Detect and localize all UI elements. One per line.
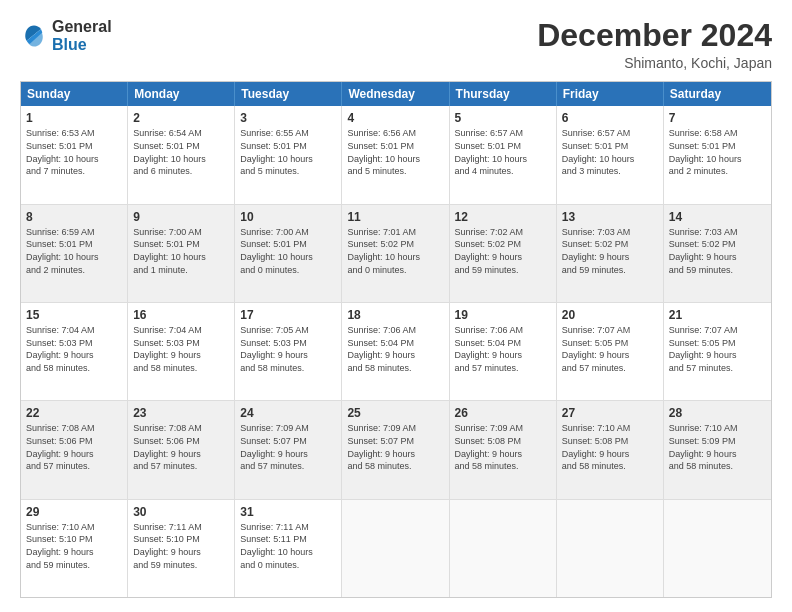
cell-text: Sunrise: 7:03 AMSunset: 5:02 PMDaylight:… [562, 226, 658, 276]
calendar-cell: 29Sunrise: 7:10 AMSunset: 5:10 PMDayligh… [21, 500, 128, 597]
header-cell-thursday: Thursday [450, 82, 557, 106]
calendar-cell: 27Sunrise: 7:10 AMSunset: 5:08 PMDayligh… [557, 401, 664, 498]
day-number: 13 [562, 209, 658, 225]
calendar-row-5: 29Sunrise: 7:10 AMSunset: 5:10 PMDayligh… [21, 499, 771, 597]
day-number: 31 [240, 504, 336, 520]
day-number: 12 [455, 209, 551, 225]
header-cell-wednesday: Wednesday [342, 82, 449, 106]
calendar-row-3: 15Sunrise: 7:04 AMSunset: 5:03 PMDayligh… [21, 302, 771, 400]
day-number: 10 [240, 209, 336, 225]
cell-text: Sunrise: 6:56 AMSunset: 5:01 PMDaylight:… [347, 127, 443, 177]
calendar-header: SundayMondayTuesdayWednesdayThursdayFrid… [21, 82, 771, 106]
calendar-body: 1Sunrise: 6:53 AMSunset: 5:01 PMDaylight… [21, 106, 771, 597]
day-number: 14 [669, 209, 766, 225]
calendar-cell: 8Sunrise: 6:59 AMSunset: 5:01 PMDaylight… [21, 205, 128, 302]
day-number: 16 [133, 307, 229, 323]
calendar-cell: 21Sunrise: 7:07 AMSunset: 5:05 PMDayligh… [664, 303, 771, 400]
day-number: 27 [562, 405, 658, 421]
cell-text: Sunrise: 7:03 AMSunset: 5:02 PMDaylight:… [669, 226, 766, 276]
logo-text: General Blue [52, 18, 112, 53]
header-cell-saturday: Saturday [664, 82, 771, 106]
calendar-cell: 25Sunrise: 7:09 AMSunset: 5:07 PMDayligh… [342, 401, 449, 498]
cell-text: Sunrise: 7:06 AMSunset: 5:04 PMDaylight:… [347, 324, 443, 374]
cell-text: Sunrise: 6:55 AMSunset: 5:01 PMDaylight:… [240, 127, 336, 177]
cell-text: Sunrise: 7:10 AMSunset: 5:09 PMDaylight:… [669, 422, 766, 472]
day-number: 11 [347, 209, 443, 225]
calendar-cell: 24Sunrise: 7:09 AMSunset: 5:07 PMDayligh… [235, 401, 342, 498]
logo-icon [20, 22, 48, 50]
day-number: 21 [669, 307, 766, 323]
cell-text: Sunrise: 7:09 AMSunset: 5:07 PMDaylight:… [240, 422, 336, 472]
calendar-cell: 1Sunrise: 6:53 AMSunset: 5:01 PMDaylight… [21, 106, 128, 203]
calendar-cell: 22Sunrise: 7:08 AMSunset: 5:06 PMDayligh… [21, 401, 128, 498]
calendar-cell: 6Sunrise: 6:57 AMSunset: 5:01 PMDaylight… [557, 106, 664, 203]
cell-text: Sunrise: 7:08 AMSunset: 5:06 PMDaylight:… [133, 422, 229, 472]
cell-text: Sunrise: 7:11 AMSunset: 5:10 PMDaylight:… [133, 521, 229, 571]
calendar-cell: 7Sunrise: 6:58 AMSunset: 5:01 PMDaylight… [664, 106, 771, 203]
day-number: 22 [26, 405, 122, 421]
day-number: 25 [347, 405, 443, 421]
calendar-row-2: 8Sunrise: 6:59 AMSunset: 5:01 PMDaylight… [21, 204, 771, 302]
day-number: 23 [133, 405, 229, 421]
cell-text: Sunrise: 7:04 AMSunset: 5:03 PMDaylight:… [133, 324, 229, 374]
calendar-row-1: 1Sunrise: 6:53 AMSunset: 5:01 PMDaylight… [21, 106, 771, 203]
day-number: 28 [669, 405, 766, 421]
calendar-cell [342, 500, 449, 597]
calendar-cell: 28Sunrise: 7:10 AMSunset: 5:09 PMDayligh… [664, 401, 771, 498]
day-number: 9 [133, 209, 229, 225]
calendar-cell [664, 500, 771, 597]
cell-text: Sunrise: 7:00 AMSunset: 5:01 PMDaylight:… [133, 226, 229, 276]
cell-text: Sunrise: 6:54 AMSunset: 5:01 PMDaylight:… [133, 127, 229, 177]
day-number: 19 [455, 307, 551, 323]
location: Shimanto, Kochi, Japan [537, 55, 772, 71]
title-block: December 2024 Shimanto, Kochi, Japan [537, 18, 772, 71]
cell-text: Sunrise: 7:07 AMSunset: 5:05 PMDaylight:… [562, 324, 658, 374]
day-number: 17 [240, 307, 336, 323]
cell-text: Sunrise: 7:10 AMSunset: 5:10 PMDaylight:… [26, 521, 122, 571]
cell-text: Sunrise: 6:58 AMSunset: 5:01 PMDaylight:… [669, 127, 766, 177]
calendar-cell: 18Sunrise: 7:06 AMSunset: 5:04 PMDayligh… [342, 303, 449, 400]
day-number: 30 [133, 504, 229, 520]
day-number: 3 [240, 110, 336, 126]
cell-text: Sunrise: 7:00 AMSunset: 5:01 PMDaylight:… [240, 226, 336, 276]
cell-text: Sunrise: 7:04 AMSunset: 5:03 PMDaylight:… [26, 324, 122, 374]
day-number: 4 [347, 110, 443, 126]
calendar-cell: 3Sunrise: 6:55 AMSunset: 5:01 PMDaylight… [235, 106, 342, 203]
header-cell-friday: Friday [557, 82, 664, 106]
cell-text: Sunrise: 7:11 AMSunset: 5:11 PMDaylight:… [240, 521, 336, 571]
calendar-cell [450, 500, 557, 597]
day-number: 5 [455, 110, 551, 126]
logo-blue: Blue [52, 36, 112, 54]
calendar: SundayMondayTuesdayWednesdayThursdayFrid… [20, 81, 772, 598]
day-number: 29 [26, 504, 122, 520]
calendar-cell: 9Sunrise: 7:00 AMSunset: 5:01 PMDaylight… [128, 205, 235, 302]
day-number: 8 [26, 209, 122, 225]
calendar-cell: 11Sunrise: 7:01 AMSunset: 5:02 PMDayligh… [342, 205, 449, 302]
day-number: 7 [669, 110, 766, 126]
day-number: 20 [562, 307, 658, 323]
calendar-cell: 4Sunrise: 6:56 AMSunset: 5:01 PMDaylight… [342, 106, 449, 203]
header-cell-tuesday: Tuesday [235, 82, 342, 106]
month-title: December 2024 [537, 18, 772, 53]
day-number: 6 [562, 110, 658, 126]
day-number: 1 [26, 110, 122, 126]
calendar-cell: 12Sunrise: 7:02 AMSunset: 5:02 PMDayligh… [450, 205, 557, 302]
calendar-cell: 23Sunrise: 7:08 AMSunset: 5:06 PMDayligh… [128, 401, 235, 498]
page: General Blue December 2024 Shimanto, Koc… [0, 0, 792, 612]
calendar-cell: 16Sunrise: 7:04 AMSunset: 5:03 PMDayligh… [128, 303, 235, 400]
cell-text: Sunrise: 7:08 AMSunset: 5:06 PMDaylight:… [26, 422, 122, 472]
cell-text: Sunrise: 7:07 AMSunset: 5:05 PMDaylight:… [669, 324, 766, 374]
day-number: 26 [455, 405, 551, 421]
logo: General Blue [20, 18, 112, 53]
cell-text: Sunrise: 7:05 AMSunset: 5:03 PMDaylight:… [240, 324, 336, 374]
calendar-cell: 30Sunrise: 7:11 AMSunset: 5:10 PMDayligh… [128, 500, 235, 597]
calendar-cell: 15Sunrise: 7:04 AMSunset: 5:03 PMDayligh… [21, 303, 128, 400]
calendar-cell: 10Sunrise: 7:00 AMSunset: 5:01 PMDayligh… [235, 205, 342, 302]
cell-text: Sunrise: 6:57 AMSunset: 5:01 PMDaylight:… [455, 127, 551, 177]
calendar-cell: 26Sunrise: 7:09 AMSunset: 5:08 PMDayligh… [450, 401, 557, 498]
calendar-cell: 14Sunrise: 7:03 AMSunset: 5:02 PMDayligh… [664, 205, 771, 302]
calendar-cell: 20Sunrise: 7:07 AMSunset: 5:05 PMDayligh… [557, 303, 664, 400]
calendar-cell: 31Sunrise: 7:11 AMSunset: 5:11 PMDayligh… [235, 500, 342, 597]
header: General Blue December 2024 Shimanto, Koc… [20, 18, 772, 71]
calendar-cell: 13Sunrise: 7:03 AMSunset: 5:02 PMDayligh… [557, 205, 664, 302]
